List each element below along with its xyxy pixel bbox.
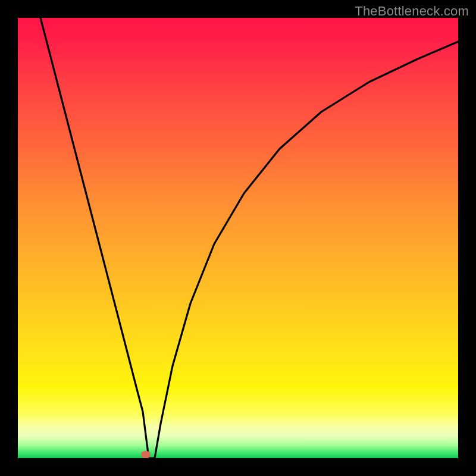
minimum-marker: [141, 451, 151, 458]
chart-frame: TheBottleneck.com: [0, 0, 476, 476]
curve-svg: [18, 18, 458, 458]
watermark-text: TheBottleneck.com: [355, 4, 469, 19]
plot-area: [18, 18, 458, 458]
bottleneck-curve: [40, 18, 458, 458]
